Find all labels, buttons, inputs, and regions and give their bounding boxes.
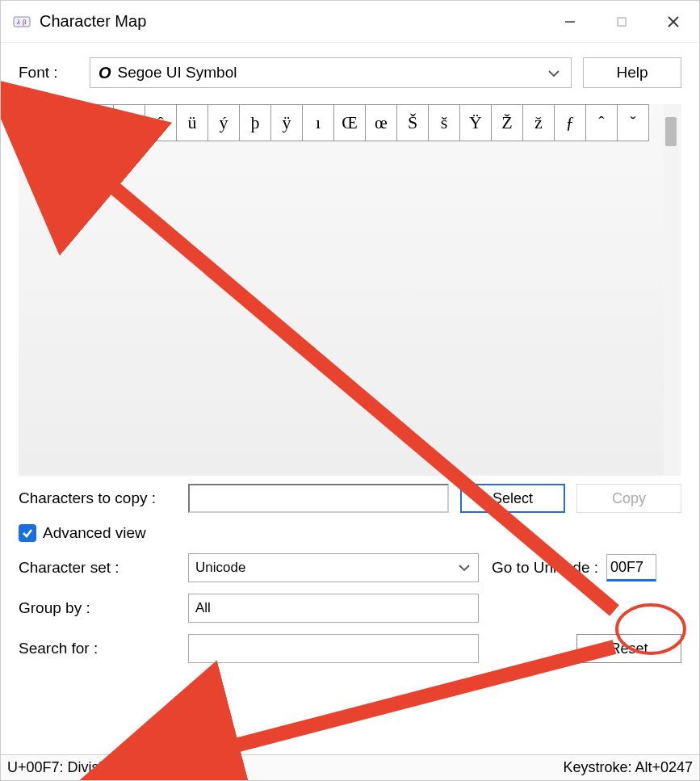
copy-btn-label: Copy [612,490,646,507]
content: Font : O Segoe UI Symbol Help ÷ ø ù ú û … [1,43,699,754]
char-cell[interactable]: ˆ [585,104,618,141]
font-row: Font : O Segoe UI Symbol Help [19,57,681,88]
search-label: Search for : [19,640,188,657]
help-label: Help [616,64,648,82]
help-button[interactable]: Help [583,57,681,88]
char-cell[interactable]: ÷ [19,104,51,141]
search-input[interactable] [188,634,479,663]
copy-row: Characters to copy : Select Copy [19,484,681,513]
char-cell[interactable]: ú [113,104,145,141]
window-title: Character Map [40,12,544,31]
reset-label: Reset [610,640,648,657]
font-name: Segoe UI Symbol [118,64,237,82]
select-label: Select [493,490,533,507]
scrollbar-thumb[interactable] [665,117,677,146]
scrollbar[interactable] [664,104,681,476]
group-row: Group by : All [19,594,681,623]
char-cell[interactable]: š [428,104,460,141]
char-cell[interactable]: Š [396,104,429,141]
group-value: All [195,600,211,616]
chevron-down-icon [459,560,470,576]
search-row: Search for : Reset [19,634,681,663]
status-unicode: U+00F7: Division Sign [7,759,152,776]
minimize-button[interactable] [544,1,596,42]
char-cell[interactable]: þ [239,104,271,141]
char-cell[interactable]: û [145,104,177,141]
char-cell[interactable]: ƒ [554,104,586,141]
charset-label: Character set : [19,559,188,577]
group-dropdown[interactable]: All [188,594,479,623]
svg-text:λ: λ [16,18,20,26]
status-bar: U+00F7: Division Sign Keystroke: Alt+024… [1,754,699,780]
font-preview-glyph: O [99,64,111,82]
status-keystroke: Keystroke: Alt+0247 [563,759,693,776]
charset-dropdown[interactable]: Unicode [188,553,479,582]
app-icon: λ β [12,12,31,31]
svg-text:β: β [23,18,27,26]
charset-value: Unicode [195,560,245,576]
advanced-label: Advanced view [43,524,146,542]
char-cell[interactable]: ø [50,104,82,141]
char-row: ÷ ø ù ú û ü ý þ ÿ ı Œ œ Š š Ÿ Ž ž ƒ ˆ ˇ [19,104,681,141]
goto-unicode-input[interactable] [606,554,656,582]
copy-label: Characters to copy : [19,489,188,507]
char-cell[interactable]: ı [302,104,334,141]
char-cell[interactable]: Ÿ [459,104,492,141]
charset-row: Character set : Unicode Go to Unicode : [19,553,681,582]
svg-rect-4 [618,18,626,26]
char-cell[interactable]: ÿ [270,104,303,141]
copy-button[interactable]: Copy [576,484,681,513]
window: λ β Character Map Font : O Segoe UI Symb… [0,0,700,781]
group-label: Group by : [19,599,188,617]
window-controls [544,1,699,42]
advanced-row: Advanced view [19,524,681,542]
advanced-checkbox[interactable] [19,524,36,542]
char-cell[interactable]: ž [522,104,555,141]
char-cell[interactable]: ü [176,104,208,141]
char-cell[interactable]: Œ [333,104,366,141]
titlebar: λ β Character Map [1,1,699,43]
select-button[interactable]: Select [460,484,565,513]
char-cell[interactable]: ˇ [617,104,649,141]
close-button[interactable] [648,1,699,42]
character-grid: ÷ ø ù ú û ü ý þ ÿ ı Œ œ Š š Ÿ Ž ž ƒ ˆ ˇ [19,104,681,476]
char-cell[interactable]: ù [82,104,114,141]
font-dropdown[interactable]: O Segoe UI Symbol [90,57,572,88]
reset-button[interactable]: Reset [576,634,681,663]
copy-input[interactable] [188,484,449,513]
lower-controls: Characters to copy : Select Copy Advance… [19,484,681,666]
char-cell[interactable]: Ž [491,104,523,141]
goto-label: Go to Unicode : [492,559,598,577]
char-cell[interactable]: œ [365,104,397,141]
maximize-button[interactable] [596,1,648,42]
svg-rect-0 [14,17,30,27]
chevron-down-icon [548,64,560,82]
font-label: Font : [19,64,90,82]
char-cell[interactable]: ý [207,104,240,141]
